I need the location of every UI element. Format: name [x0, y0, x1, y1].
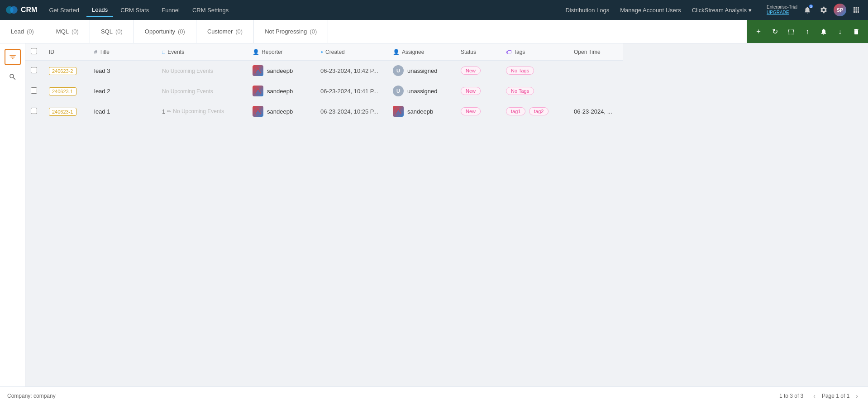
add-lead-button[interactable]: ＋ [752, 25, 765, 38]
row-assignee-cell: U unassigned [387, 81, 455, 101]
row-events-cell: 1 ✏ No Upcoming Events [157, 101, 247, 122]
lead-id-badge: 240623-1 [49, 87, 76, 95]
row-checkbox[interactable] [31, 87, 37, 94]
notification-action-button[interactable] [817, 25, 830, 38]
status-not-progressing[interactable]: Not Progressing (0) [254, 20, 328, 43]
assignee-avatar [393, 106, 404, 117]
reporter-name: sandeepb [267, 88, 293, 95]
nav-get-started[interactable]: Get Started [43, 4, 84, 16]
lead-title: lead 2 [94, 88, 110, 95]
clickstream-analysis-link[interactable]: ClickStream Analysis ▾ [688, 5, 755, 15]
footer-right: 1 to 3 of 3 ‹ Page 1 of 1 › [779, 391, 861, 400]
tag2-badge: tag2 [529, 107, 548, 115]
row-checkbox-cell[interactable] [25, 101, 43, 122]
row-status-cell: New [455, 101, 501, 122]
delete-button[interactable] [850, 25, 863, 38]
tag1-badge: tag1 [506, 107, 525, 115]
assignee-name: sandeepb [407, 108, 433, 115]
row-reporter-cell: sandeepb [247, 61, 315, 81]
upload-button[interactable]: ↑ [801, 25, 814, 38]
col-header-id[interactable]: ID [43, 43, 89, 61]
col-header-created[interactable]: ● Created [315, 43, 387, 61]
nav-crm-settings[interactable]: CRM Settings [187, 4, 234, 16]
manage-account-users-link[interactable]: Manage Account Users [616, 5, 684, 15]
search-button[interactable] [5, 69, 21, 85]
row-events-cell: No Upcoming Events [157, 81, 247, 101]
apps-icon[interactable] [850, 4, 863, 16]
row-checkbox[interactable] [31, 108, 37, 114]
row-checkbox[interactable] [31, 67, 37, 73]
distribution-logs-link[interactable]: Distribution Logs [562, 5, 613, 15]
refresh-button[interactable]: ↻ [768, 25, 781, 38]
select-all-header[interactable] [25, 43, 43, 61]
status-badge: New [461, 87, 481, 95]
user-avatar[interactable]: SP [834, 4, 846, 16]
notifications-icon[interactable]: 3 [801, 4, 814, 16]
sidebar [0, 43, 25, 405]
row-title-cell[interactable]: lead 2 [89, 81, 157, 101]
status-customer[interactable]: Customer (0) [196, 20, 254, 43]
status-sql[interactable]: SQL (0) [90, 20, 134, 43]
status-opportunity[interactable]: Opportunity (0) [134, 20, 196, 43]
row-id-cell[interactable]: 240623-1 [43, 101, 89, 122]
nav-leads[interactable]: Leads [86, 4, 113, 17]
assignee-avatar: U [393, 65, 404, 76]
row-checkbox-cell[interactable] [25, 61, 43, 81]
row-checkbox-cell[interactable] [25, 81, 43, 101]
download-button[interactable]: ↓ [834, 25, 846, 38]
table-area: ID # Title □ Events [25, 43, 623, 405]
svg-point-1 [10, 6, 17, 14]
filter-button[interactable] [5, 49, 21, 65]
logo-text: CRM [21, 6, 37, 14]
nav-crm-stats[interactable]: CRM Stats [115, 4, 154, 16]
col-header-open-time[interactable]: Open Time [568, 43, 623, 61]
select-all-checkbox[interactable] [31, 48, 37, 54]
row-events-cell: No Upcoming Events [157, 61, 247, 81]
open-time-value: 06-23-2024, ... [574, 108, 612, 115]
view-toggle-button[interactable] [785, 25, 797, 38]
pencil-icon: ✏ [167, 109, 171, 114]
reporter-avatar [253, 65, 263, 76]
pagination-info: 1 to 3 of 3 [779, 393, 803, 399]
row-id-cell[interactable]: 240623-2 [43, 61, 89, 81]
status-bar: Lead (0) MQL (0) SQL (0) Opportunity (0)… [0, 20, 868, 43]
table-row: 240623-1 lead 2 No Upcoming Events s [25, 81, 623, 101]
row-status-cell: New [455, 61, 501, 81]
col-header-tags[interactable]: 🏷 Tags [501, 43, 568, 61]
status-mql[interactable]: MQL (0) [45, 20, 90, 43]
nav-funnel[interactable]: Funnel [156, 4, 185, 16]
status-lead[interactable]: Lead (0) [0, 20, 45, 43]
created-date: 06-23-2024, 10:41 P... [320, 88, 378, 95]
col-header-title[interactable]: # Title [89, 43, 157, 61]
settings-icon[interactable] [817, 4, 830, 16]
status-badge: New [461, 107, 481, 115]
row-open-time-cell [568, 61, 623, 81]
events-text: No Upcoming Events [162, 68, 213, 74]
row-created-cell: 06-23-2024, 10:41 P... [315, 81, 387, 101]
prev-page-button[interactable]: ‹ [811, 391, 818, 400]
enterprise-badge: Enterprise-Trial UPGRADE [767, 5, 797, 15]
col-header-events[interactable]: □ Events [157, 43, 247, 61]
lead-id-badge: 240623-2 [49, 67, 76, 75]
nav-divider [761, 5, 761, 15]
pagination-controls: ‹ Page 1 of 1 › [811, 391, 861, 400]
leads-table: ID # Title □ Events [25, 43, 623, 122]
page-label: Page 1 of 1 [822, 393, 849, 399]
created-date: 06-23-2024, 10:42 P... [320, 67, 378, 74]
row-title-cell[interactable]: lead 1 [89, 101, 157, 122]
row-title-cell[interactable]: lead 3 [89, 61, 157, 81]
row-id-cell[interactable]: 240623-1 [43, 81, 89, 101]
upgrade-link[interactable]: UPGRADE [767, 10, 797, 15]
row-assignee-cell: U unassigned [387, 61, 455, 81]
top-navigation: CRM Get Started Leads CRM Stats Funnel C… [0, 0, 868, 20]
lead-id-badge: 240623-1 [49, 108, 76, 116]
col-header-assignee[interactable]: 👤 Assignee [387, 43, 455, 61]
row-reporter-cell: sandeepb [247, 81, 315, 101]
events-text: No Upcoming Events [162, 88, 213, 95]
crm-logo[interactable]: CRM [5, 5, 37, 14]
col-header-status[interactable]: Status [455, 43, 501, 61]
reporter-name: sandeepb [267, 108, 293, 115]
row-tags-cell: No Tags [501, 81, 568, 101]
col-header-reporter[interactable]: 👤 Reporter [247, 43, 315, 61]
next-page-button[interactable]: › [853, 391, 861, 400]
